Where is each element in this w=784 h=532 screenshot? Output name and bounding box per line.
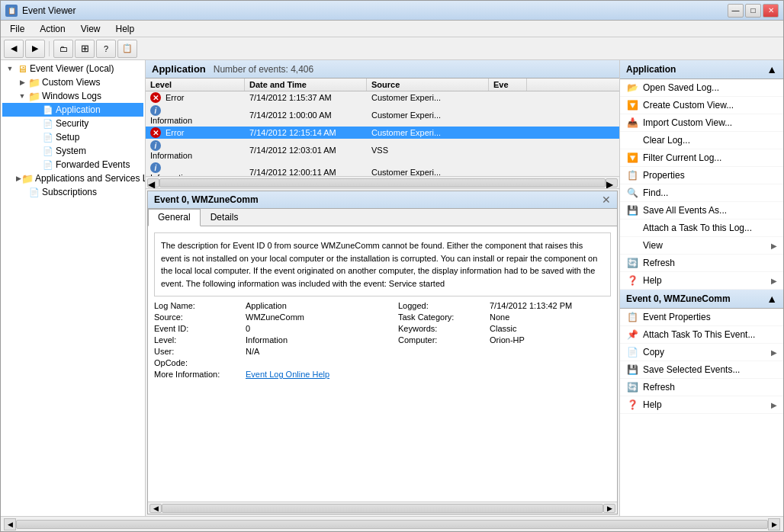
sidebar-item-application[interactable]: 📄 Application (2, 103, 143, 117)
action-item[interactable]: 📋Event Properties (620, 309, 783, 326)
scroll-right-btn[interactable]: ▶ (606, 178, 618, 187)
cell-datetime: 7/14/2012 12:15:14 AM (245, 127, 367, 138)
action-item-icon: 📋 (626, 311, 638, 323)
expand-icon (30, 145, 42, 157)
sidebar-item-custom-views[interactable]: ▶ 📁 Custom Views (2, 75, 143, 89)
bottom-scrollbar[interactable] (16, 520, 768, 529)
subscriptions-icon: 📄 (28, 186, 40, 198)
action-item-icon: 📌 (626, 328, 638, 341)
action-item[interactable]: 📌Attach Task To This Event... (620, 326, 783, 344)
sidebar-item-apps-services[interactable]: ▶ 📁 Applications and Services Lo... (2, 171, 143, 185)
maximize-button[interactable]: □ (745, 4, 761, 18)
horizontal-scrollbar[interactable] (159, 178, 606, 187)
action-item[interactable]: 📋Properties (620, 167, 783, 184)
actions-event-header: Event 0, WMZuneComm ▲ (620, 290, 783, 309)
expand-icon (30, 131, 42, 143)
col-header-level[interactable]: Level (146, 79, 245, 91)
action-item[interactable]: View▶ (620, 237, 783, 255)
action-item-label: Create Custom View... (643, 100, 734, 111)
scroll-right-btn2[interactable]: ▶ (603, 504, 615, 513)
action-item-label: Refresh (643, 382, 675, 393)
sidebar-label-application: Application (56, 104, 101, 115)
action-item-icon: 📋 (626, 169, 638, 181)
col-header-source[interactable]: Source (367, 79, 489, 91)
scroll-left-btn[interactable]: ◀ (147, 178, 159, 187)
table-row[interactable]: iInformation7/14/2012 12:03:01 AMVSS (146, 139, 619, 162)
actions-event-collapse-icon[interactable]: ▲ (766, 293, 777, 305)
back-button[interactable]: ◀ (4, 40, 24, 58)
sidebar-label-custom-views: Custom Views (42, 77, 100, 88)
cell-source: Customer Experi... (367, 167, 489, 176)
action-item[interactable]: 📄Copy▶ (620, 344, 783, 361)
help-button[interactable]: ? (96, 40, 116, 58)
bottom-scroll-right[interactable]: ▶ (768, 518, 780, 530)
event-panel-close-button[interactable]: ✕ (602, 194, 611, 206)
content-area: Application Number of events: 4,406 Leve… (146, 60, 619, 516)
table-row[interactable]: iInformation7/14/2012 12:00:11 AMCustome… (146, 162, 619, 176)
menu-view[interactable]: View (75, 22, 107, 35)
col-header-event[interactable]: Eve (489, 79, 527, 91)
action-item-label: Import Custom View... (643, 117, 732, 128)
folder-button[interactable]: 🗀 (53, 40, 73, 58)
action-item[interactable]: 🔍Find... (620, 184, 783, 202)
action-item-label: Clear Log... (643, 135, 690, 146)
action-item[interactable]: Clear Log... (620, 132, 783, 149)
expand-icon: ▶ (16, 172, 21, 184)
action-item[interactable]: 💾Save Selected Events... (620, 361, 783, 379)
log-button[interactable]: 📋 (117, 40, 137, 58)
tab-details[interactable]: Details (201, 209, 249, 226)
col-header-datetime[interactable]: Date and Time (245, 79, 367, 91)
action-arrow-icon: ▶ (771, 401, 777, 409)
sidebar-item-windows-logs[interactable]: ▼ 📁 Windows Logs (2, 89, 143, 103)
windows-logs-icon: 📁 (28, 90, 40, 102)
action-item[interactable]: 🔽Filter Current Log... (620, 149, 783, 167)
actions-collapse-icon[interactable]: ▲ (766, 63, 777, 75)
bottom-scroll-left[interactable]: ◀ (4, 518, 16, 530)
expand-icon (30, 104, 42, 116)
sidebar-item-event-viewer[interactable]: ▼ 🖥 Event Viewer (Local) (2, 62, 143, 75)
application-log-icon: 📄 (42, 104, 54, 116)
action-item[interactable]: 🔄Refresh (620, 379, 783, 396)
menu-action[interactable]: Action (34, 22, 71, 35)
action-item[interactable]: 📂Open Saved Log... (620, 79, 783, 97)
event-horizontal-scrollbar[interactable] (162, 504, 603, 513)
custom-views-icon: 📁 (28, 76, 40, 88)
table-scrollbar[interactable]: ◀ ▶ (146, 176, 619, 188)
minimize-button[interactable]: — (728, 4, 744, 18)
user-label: User: (154, 347, 246, 356)
menu-help[interactable]: Help (110, 22, 141, 35)
event-description: The description for Event ID 0 from sour… (154, 232, 611, 296)
scroll-left-btn2[interactable]: ◀ (149, 504, 162, 513)
cell-level: iInformation (146, 139, 245, 161)
table-row[interactable]: ✕ErrorError7/14/2012 1:15:37 AMCustomer … (146, 91, 619, 104)
action-item-label: Save Selected Events... (643, 364, 740, 375)
sidebar-item-forwarded[interactable]: 📄 Forwarded Events (2, 158, 143, 171)
forward-button[interactable]: ▶ (25, 40, 45, 58)
more-info-link[interactable]: Event Log Online Help (246, 370, 398, 379)
tab-general[interactable]: General (148, 209, 201, 226)
cell-event (489, 132, 527, 133)
sidebar-item-security[interactable]: 📄 Security (2, 117, 143, 130)
log-count: Number of events: 4,406 (214, 64, 313, 75)
menu-file[interactable]: File (4, 22, 31, 35)
action-item-icon: 🔍 (626, 187, 638, 199)
sidebar-item-setup[interactable]: 📄 Setup (2, 130, 143, 144)
sidebar-item-subscriptions[interactable]: 📄 Subscriptions (2, 185, 143, 199)
action-item[interactable]: ❓Help▶ (620, 396, 783, 414)
close-button[interactable]: ✕ (763, 4, 779, 18)
action-item[interactable]: 🔽Create Custom View... (620, 97, 783, 114)
table-row[interactable]: ✕ErrorError7/14/2012 12:15:14 AMCustomer… (146, 127, 619, 139)
cell-datetime: 7/14/2012 1:00:00 AM (245, 110, 367, 120)
action-item[interactable]: ❓Help▶ (620, 272, 783, 290)
logged-value: 7/14/2012 1:13:42 PM (490, 301, 617, 310)
action-item[interactable]: 📥Import Custom View... (620, 114, 783, 132)
action-item[interactable]: 💾Save All Events As... (620, 202, 783, 220)
action-item[interactable]: 🔄Refresh (620, 255, 783, 272)
action-item[interactable]: Attach a Task To this Log... (620, 220, 783, 237)
table-row[interactable]: iInformation7/14/2012 1:00:00 AMCustomer… (146, 104, 619, 127)
expand-icon: ▼ (4, 62, 16, 75)
grid-button[interactable]: ⊞ (75, 40, 95, 58)
sidebar-item-system[interactable]: 📄 System (2, 144, 143, 158)
expand-icon (16, 186, 28, 198)
sidebar-label-event-viewer: Event Viewer (Local) (30, 63, 114, 74)
